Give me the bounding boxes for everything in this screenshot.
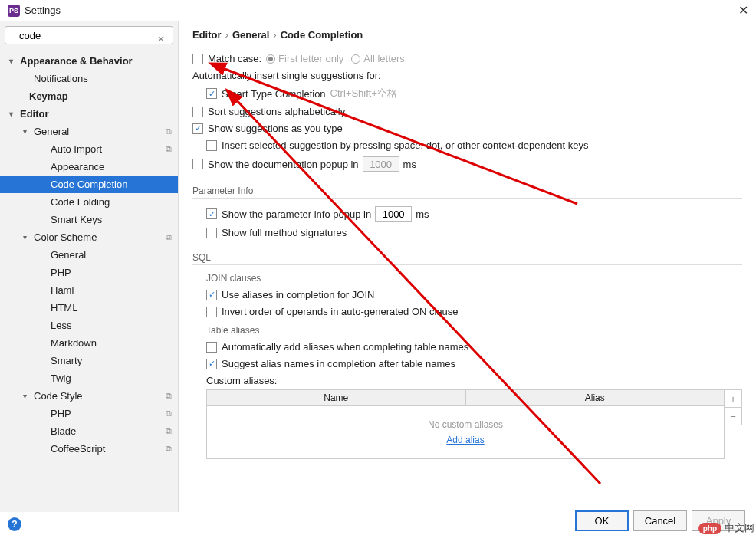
full-sig-checkbox[interactable]	[206, 228, 217, 238]
col-name: Name	[207, 390, 466, 405]
copy-icon: ⧉	[166, 126, 172, 136]
sql-title: SQL	[192, 252, 742, 265]
sidebar-item-code-folding[interactable]: Code Folding	[0, 193, 178, 211]
sidebar-item-smart-keys[interactable]: Smart Keys	[0, 211, 178, 228]
join-clauses-title: JOIN clauses	[206, 273, 742, 284]
watermark: php 中文网	[698, 521, 754, 535]
sidebar-item-php[interactable]: PHP	[0, 264, 178, 281]
aliases-table: Name Alias No custom aliases Add alias	[206, 389, 725, 459]
content-pane: Editor›General›Code Completion Match cas…	[179, 21, 756, 512]
sidebar-item-color-scheme[interactable]: ▾Color Scheme⧉	[0, 228, 178, 246]
sidebar-item-appearance[interactable]: Appearance	[0, 158, 178, 176]
smart-type-checkbox[interactable]	[206, 88, 217, 99]
no-aliases-text: No custom aliases	[428, 419, 503, 430]
help-icon[interactable]: ?	[8, 517, 21, 531]
titlebar: PS Settings ✕	[0, 0, 756, 21]
match-case-checkbox[interactable]	[192, 54, 203, 64]
search-input[interactable]	[5, 26, 173, 44]
sidebar-item-html[interactable]: HTML	[0, 299, 178, 317]
doc-delay-input[interactable]	[363, 156, 399, 172]
sidebar-item-keymap[interactable]: Keymap	[0, 87, 178, 105]
all-letters-radio[interactable]: All letters	[351, 53, 404, 64]
sidebar-item-auto-import[interactable]: Auto Import⧉	[0, 140, 178, 158]
sidebar-item-code-style[interactable]: ▾Code Style⧉	[0, 387, 178, 405]
show-doc-checkbox[interactable]	[192, 159, 203, 169]
window-title: Settings	[25, 5, 738, 16]
sidebar-item-less[interactable]: Less	[0, 317, 178, 334]
sidebar-item-blade[interactable]: Blade⧉	[0, 422, 178, 440]
sidebar-item-smarty[interactable]: Smarty	[0, 352, 178, 369]
app-icon: PS	[8, 5, 20, 17]
custom-aliases-label: Custom aliases:	[206, 375, 742, 386]
clear-search-icon[interactable]: ✕	[157, 34, 165, 44]
sidebar: 🔍 ✕ ▾Appearance & BehaviorNotificationsK…	[0, 21, 179, 512]
sidebar-item-haml[interactable]: Haml	[0, 281, 178, 299]
add-alias-link[interactable]: Add alias	[446, 435, 484, 445]
remove-row-icon[interactable]: −	[724, 407, 742, 425]
match-case-row: Match case: First letter only All letter…	[192, 53, 742, 64]
copy-icon: ⧉	[166, 232, 172, 242]
copy-icon: ⧉	[166, 144, 172, 154]
sidebar-item-coffeescript[interactable]: CoffeeScript⧉	[0, 440, 178, 458]
param-delay-input[interactable]	[375, 206, 412, 222]
sidebar-item-appearance-behavior[interactable]: ▾Appearance & Behavior	[0, 52, 178, 70]
sort-alpha-checkbox[interactable]	[192, 107, 203, 117]
show-as-type-checkbox[interactable]	[192, 123, 203, 134]
sidebar-item-code-completion[interactable]: Code Completion	[0, 176, 178, 193]
cancel-button[interactable]: Cancel	[633, 510, 687, 531]
suggest-alias-checkbox[interactable]	[206, 359, 217, 369]
insert-selected-checkbox[interactable]	[206, 140, 217, 151]
sidebar-item-twig[interactable]: Twig	[0, 369, 178, 387]
sidebar-item-editor[interactable]: ▾Editor	[0, 105, 178, 123]
sidebar-item-general[interactable]: ▾General⧉	[0, 123, 178, 140]
first-letter-radio[interactable]: First letter only	[266, 53, 343, 64]
close-icon[interactable]: ✕	[738, 3, 748, 18]
auto-insert-label: Automatically insert single suggestions …	[192, 70, 742, 81]
show-param-checkbox[interactable]	[206, 208, 217, 219]
copy-icon: ⧉	[166, 444, 172, 454]
table-aliases-title: Table aliases	[206, 325, 742, 336]
copy-icon: ⧉	[166, 409, 172, 418]
ok-button[interactable]: OK	[575, 510, 629, 531]
invert-order-checkbox[interactable]	[206, 307, 217, 317]
sidebar-item-general[interactable]: General	[0, 246, 178, 264]
col-alias: Alias	[466, 390, 725, 405]
breadcrumb: Editor›General›Code Completion	[192, 29, 742, 41]
sidebar-item-php[interactable]: PHP⧉	[0, 405, 178, 422]
auto-add-alias-checkbox[interactable]	[206, 342, 217, 353]
sidebar-item-notifications[interactable]: Notifications	[0, 70, 178, 87]
add-row-icon[interactable]: +	[724, 389, 742, 408]
use-alias-checkbox[interactable]	[206, 290, 217, 300]
parameter-info-title: Parameter Info	[192, 185, 742, 199]
copy-icon: ⧉	[166, 391, 172, 401]
settings-tree: ▾Appearance & BehaviorNotificationsKeyma…	[0, 49, 178, 512]
copy-icon: ⧉	[166, 426, 172, 436]
sidebar-item-markdown[interactable]: Markdown	[0, 334, 178, 352]
